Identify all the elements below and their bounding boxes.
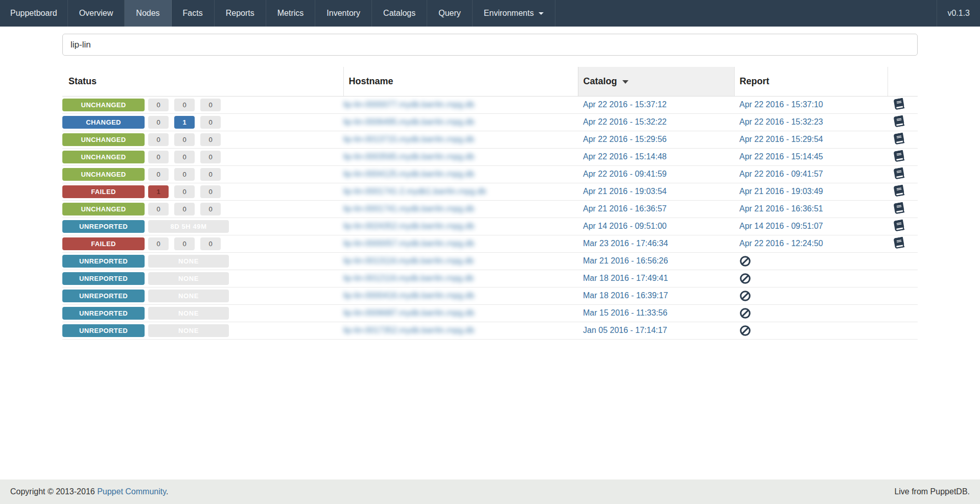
- report-cell: Apr 21 2016 - 19:03:49: [734, 183, 888, 200]
- status-badge[interactable]: UNCHANGED: [62, 99, 145, 111]
- status-cell: FAILED000: [62, 235, 343, 252]
- hostname-link[interactable]: lip-lin-0001741-2.mydb1.barrlin.rnpg.db: [343, 187, 486, 196]
- nav-item-inventory[interactable]: Inventory: [315, 0, 372, 27]
- status-badge[interactable]: UNCHANGED: [62, 168, 145, 181]
- catalog-link[interactable]: Mar 15 2016 - 11:33:56: [583, 308, 667, 317]
- column-header-catalog[interactable]: Catalog: [578, 67, 734, 96]
- status-badge[interactable]: CHANGED: [62, 116, 145, 129]
- changed-count: 1: [174, 116, 195, 129]
- nav-item-reports[interactable]: Reports: [215, 0, 266, 27]
- report-cell: Apr 22 2016 - 15:14:45: [734, 148, 888, 165]
- nav-item-overview[interactable]: Overview: [68, 0, 125, 27]
- column-header-status[interactable]: Status: [62, 67, 343, 96]
- report-link[interactable]: Apr 14 2016 - 09:51:07: [739, 222, 823, 230]
- report-book-icon[interactable]: [893, 236, 905, 249]
- navbar-brand[interactable]: Puppetboard: [0, 0, 68, 27]
- nav-item-environments[interactable]: Environments: [473, 0, 555, 27]
- catalog-link[interactable]: Jan 05 2016 - 17:14:17: [583, 326, 667, 334]
- status-cell: UNCHANGED000: [62, 165, 343, 183]
- catalog-cell: Jan 05 2016 - 17:14:17: [578, 322, 734, 339]
- status-badge[interactable]: UNREPORTED: [62, 220, 145, 233]
- report-link[interactable]: Apr 22 2016 - 12:24:50: [739, 239, 823, 248]
- hostname-link[interactable]: lip-lin-0006495.mydb.barrlin.rnpg.db: [343, 117, 474, 126]
- catalog-link[interactable]: Mar 18 2016 - 16:39:17: [583, 291, 668, 300]
- nodes-table: Status Hostname Catalog Report UNCHANGED…: [62, 67, 918, 340]
- report-book-icon[interactable]: [893, 219, 905, 231]
- report-link[interactable]: Apr 22 2016 - 15:29:54: [739, 135, 823, 143]
- report-book-icon[interactable]: [893, 150, 905, 162]
- report-link[interactable]: Apr 22 2016 - 15:14:45: [739, 152, 823, 161]
- changed-count: 0: [174, 185, 195, 198]
- nav-item-nodes[interactable]: Nodes: [125, 0, 171, 27]
- hostname-link[interactable]: lip-lin-0006687.mydb.barrlin.rnpg.db: [343, 308, 474, 317]
- report-link[interactable]: Apr 22 2016 - 15:32:23: [739, 117, 823, 126]
- status-badge[interactable]: UNREPORTED: [62, 307, 145, 320]
- node-search-input[interactable]: [62, 34, 918, 56]
- nav-item-metrics[interactable]: Metrics: [266, 0, 316, 27]
- nav-item-query[interactable]: Query: [427, 0, 473, 27]
- status-badge[interactable]: UNREPORTED: [62, 290, 145, 302]
- nav-item-facts[interactable]: Facts: [172, 0, 215, 27]
- no-report-ban-icon: [739, 307, 751, 319]
- report-book-icon[interactable]: [893, 115, 905, 127]
- status-badge[interactable]: FAILED: [62, 185, 145, 198]
- hostname-link[interactable]: lip-lin-0024352.mydb.barrlin.rnpg.db: [343, 222, 474, 230]
- status-badge[interactable]: FAILED: [62, 237, 145, 250]
- catalog-link[interactable]: Apr 22 2016 - 15:32:22: [583, 117, 667, 126]
- report-icon-cell: [888, 218, 918, 235]
- report-book-icon[interactable]: [893, 202, 905, 214]
- catalog-link[interactable]: Apr 14 2016 - 09:51:00: [583, 222, 667, 230]
- report-link[interactable]: Apr 21 2016 - 16:36:51: [739, 204, 823, 213]
- hostname-cell: lip-lin-0000057.mydb.barrlin.rnpg.db: [343, 235, 578, 252]
- column-header-hostname[interactable]: Hostname: [343, 67, 578, 96]
- report-book-icon[interactable]: [893, 184, 905, 197]
- status-badge[interactable]: UNCHANGED: [62, 203, 145, 215]
- hostname-link[interactable]: lip-lin-0000416.mydb.barrlin.rnpg.db: [343, 291, 474, 300]
- catalog-link[interactable]: Mar 18 2016 - 17:49:41: [583, 274, 668, 282]
- status-badge[interactable]: UNREPORTED: [62, 255, 145, 268]
- catalog-link[interactable]: Apr 21 2016 - 16:36:57: [583, 204, 667, 213]
- hostname-link[interactable]: lip-lin-0001741.mydb.barrlin.rnpg.db: [343, 204, 474, 213]
- report-link[interactable]: Apr 21 2016 - 19:03:49: [739, 187, 823, 196]
- column-header-report[interactable]: Report: [734, 67, 888, 96]
- nav-item-catalogs[interactable]: Catalogs: [372, 0, 427, 27]
- catalog-link[interactable]: Apr 21 2016 - 19:03:54: [583, 187, 667, 196]
- hostname-link[interactable]: lip-lin-0013715.mydb.barrlin.rnpg.db: [343, 135, 474, 143]
- hostname-link[interactable]: lip-lin-0017352.mydb.barrlin.rnpg.db: [343, 326, 474, 334]
- status-badge[interactable]: UNCHANGED: [62, 151, 145, 163]
- hostname-link[interactable]: lip-lin-0003565.mydb.barrlin.rnpg.db: [343, 152, 474, 161]
- report-link[interactable]: Apr 22 2016 - 15:37:10: [739, 100, 823, 109]
- hostname-link[interactable]: lip-lin-0012116.mydb.barrlin.rnpg.db: [343, 274, 474, 282]
- table-row: UNCHANGED000lip-lin-0004125.mydb.barrlin…: [62, 165, 918, 183]
- report-link[interactable]: Apr 22 2016 - 09:41:57: [739, 170, 823, 178]
- hostname-link[interactable]: lip-lin-0013116.mydb.barrlin.rnpg.db: [343, 256, 474, 265]
- footer: Copyright © 2013-2016 Puppet Community. …: [0, 479, 980, 504]
- catalog-link[interactable]: Mar 21 2016 - 16:56:26: [583, 256, 668, 265]
- catalog-link[interactable]: Apr 22 2016 - 15:37:12: [583, 100, 667, 109]
- catalog-link[interactable]: Apr 22 2016 - 15:29:56: [583, 135, 667, 143]
- table-row: UNREPORTEDNONElip-lin-0017352.mydb.barrl…: [62, 322, 918, 339]
- copyright-text: Copyright © 2013-2016 Puppet Community.: [10, 487, 168, 496]
- hostname-link[interactable]: lip-lin-0000057.mydb.barrlin.rnpg.db: [343, 239, 474, 248]
- report-cell: [734, 270, 888, 287]
- table-row: UNREPORTED8D 5H 49Mlip-lin-0024352.mydb.…: [62, 218, 918, 235]
- catalog-cell: Mar 21 2016 - 16:56:26: [578, 252, 734, 270]
- failed-count: 0: [148, 116, 169, 129]
- status-badge[interactable]: UNREPORTED: [62, 272, 145, 285]
- report-icon-cell: [888, 322, 918, 339]
- report-icon-cell: [888, 235, 918, 252]
- report-book-icon[interactable]: [893, 132, 905, 145]
- puppet-community-link[interactable]: Puppet Community: [97, 487, 166, 496]
- search-bar: [62, 34, 918, 56]
- status-badge[interactable]: UNCHANGED: [62, 133, 145, 146]
- hostname-cell: lip-lin-0000416.mydb.barrlin.rnpg.db: [343, 287, 578, 304]
- catalog-link[interactable]: Mar 23 2016 - 17:46:34: [583, 239, 668, 248]
- hostname-link[interactable]: lip-lin-0004125.mydb.barrlin.rnpg.db: [343, 170, 474, 178]
- report-book-icon[interactable]: [893, 98, 905, 110]
- report-book-icon[interactable]: [893, 167, 905, 179]
- hostname-link[interactable]: lip-lin-0000077.mydb.barrlin.rnpg.db: [343, 100, 474, 109]
- status-badge[interactable]: UNREPORTED: [62, 324, 145, 337]
- catalog-link[interactable]: Apr 22 2016 - 15:14:48: [583, 152, 667, 161]
- uptime-pill: NONE: [148, 255, 229, 268]
- catalog-link[interactable]: Apr 22 2016 - 09:41:59: [583, 170, 667, 178]
